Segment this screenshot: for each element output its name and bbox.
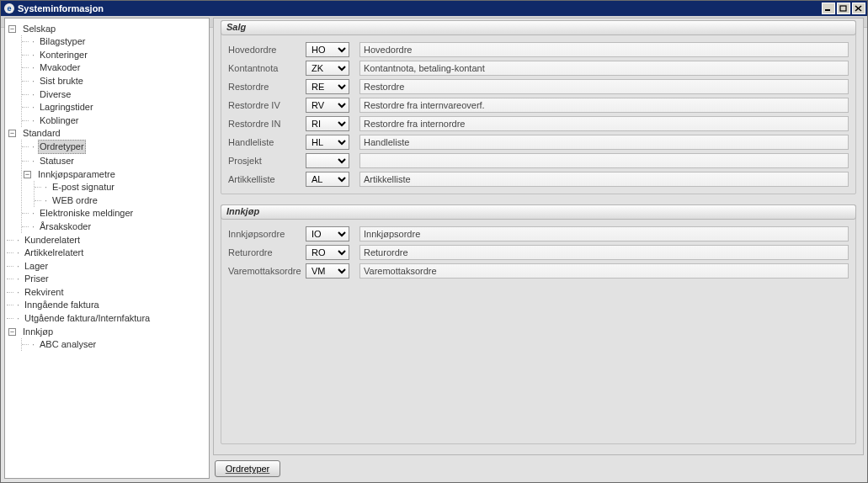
- form-row: Kontantnota ZK: [221, 59, 855, 77]
- field-label: Prosjekt: [228, 156, 306, 166]
- code-select[interactable]: HO: [306, 42, 349, 57]
- field-label: Artikkelliste: [228, 174, 306, 184]
- tree-node[interactable]: ·Statuser: [24, 154, 209, 167]
- collapse-icon[interactable]: −: [8, 25, 16, 33]
- tree-node[interactable]: ·Elektroniske meldinger: [24, 207, 209, 220]
- section-innkjop: Innkjøp Innkjøpsordre IO Returordre RO V…: [221, 204, 856, 444]
- description-input[interactable]: [359, 61, 849, 76]
- tree-node[interactable]: ·Artikkelrelatert: [8, 247, 209, 260]
- description-input[interactable]: [359, 172, 849, 187]
- code-select[interactable]: ZK: [306, 61, 349, 76]
- tree-label[interactable]: Selskap: [21, 23, 57, 35]
- tree-node[interactable]: ·Koblinger: [24, 114, 209, 127]
- tree-node[interactable]: ·Mvakoder: [24, 61, 209, 75]
- tree-node[interactable]: ·Rekvirent: [8, 285, 209, 299]
- description-input[interactable]: [359, 42, 849, 57]
- code-select[interactable]: VM: [306, 263, 349, 279]
- section-title: Innkjøp: [221, 204, 856, 220]
- app-icon: e: [4, 3, 14, 13]
- close-icon: [855, 5, 863, 12]
- minimize-icon: [824, 5, 833, 12]
- code-select[interactable]: HL: [306, 135, 349, 150]
- tree-node[interactable]: ·E-post signatur: [36, 181, 209, 194]
- field-label: Varemottaksordre: [228, 266, 306, 276]
- tree-node[interactable]: ·WEB ordre: [36, 194, 209, 207]
- form-row: Restordre RE: [221, 77, 855, 96]
- tree-node-selskap[interactable]: − Selskap ·Bilagstyper ·Konteringer ·Mva…: [8, 22, 209, 127]
- tree-node[interactable]: ·Sist brukte: [24, 74, 209, 88]
- form-row: Varemottaksordre VM: [221, 262, 855, 280]
- description-input[interactable]: [359, 226, 849, 242]
- tree-node[interactable]: ·Lager: [8, 259, 209, 273]
- code-select[interactable]: RE: [306, 79, 349, 94]
- field-label: Restordre: [228, 82, 306, 92]
- collapse-icon[interactable]: −: [8, 328, 16, 336]
- tree-node[interactable]: ·ABC analyser: [24, 338, 209, 352]
- description-input[interactable]: [359, 153, 849, 168]
- tree-node[interactable]: ·Utgående faktura/Internfaktura: [8, 311, 209, 325]
- field-label: Restordre IV: [228, 100, 306, 110]
- tree-node[interactable]: ·Priser: [8, 273, 209, 286]
- code-select[interactable]: IO: [306, 226, 349, 242]
- navigation-tree[interactable]: − Selskap ·Bilagstyper ·Konteringer ·Mva…: [4, 18, 210, 479]
- description-input[interactable]: [359, 245, 849, 260]
- tree-node[interactable]: ·Diverse: [24, 88, 209, 101]
- description-input[interactable]: [359, 116, 849, 131]
- form-row: Hovedordre HO: [221, 40, 855, 59]
- main-window: e Systeminformasjon SNO - 21.02.2013 − S…: [0, 0, 868, 483]
- titlebar: e Systeminformasjon: [1, 1, 867, 16]
- close-button[interactable]: [852, 3, 865, 14]
- code-select[interactable]: RO: [306, 245, 349, 260]
- field-label: Hovedordre: [228, 45, 306, 55]
- code-select[interactable]: RV: [306, 98, 349, 113]
- ordretyper-button[interactable]: Ordretyper: [215, 460, 280, 477]
- window-title: Systeminformasjon: [18, 3, 822, 13]
- form-row: Restordre IV RV: [221, 96, 855, 114]
- tree-node[interactable]: ·Konteringer: [24, 48, 209, 61]
- tree-node-innkjop[interactable]: − Innkjøp ·ABC analyser: [8, 325, 209, 351]
- svg-rect-1: [840, 6, 846, 11]
- description-input[interactable]: [359, 263, 849, 279]
- tree-node[interactable]: ·Kunderelatert: [8, 233, 209, 247]
- tree-node-standard[interactable]: − Standard ·Ordretyper ·Statuser − Innkj…: [8, 127, 209, 233]
- form-row: Handleliste HL: [221, 133, 855, 151]
- tree-node[interactable]: ·Lagringstider: [24, 101, 209, 114]
- tree-label[interactable]: Standard: [21, 127, 62, 140]
- code-select[interactable]: [306, 153, 349, 168]
- tree-node-ordretyper[interactable]: ·Ordretyper: [24, 140, 209, 154]
- field-label: Innkjøpsordre: [228, 229, 306, 239]
- form-row: Innkjøpsordre IO: [221, 225, 855, 243]
- description-input[interactable]: [359, 98, 849, 113]
- field-label: Kontantnota: [228, 63, 306, 73]
- code-select[interactable]: AL: [306, 172, 349, 187]
- form-row: Restordre IN RI: [221, 114, 855, 133]
- maximize-icon: [839, 5, 848, 12]
- bottom-bar: Ordretyper: [213, 455, 864, 479]
- collapse-icon[interactable]: −: [8, 130, 16, 137]
- tree-node[interactable]: ·Bilagstyper: [24, 35, 209, 49]
- form-row: Returordre RO: [221, 243, 855, 262]
- field-label: Returordre: [228, 247, 306, 257]
- description-input[interactable]: [359, 79, 849, 94]
- section-salg: Salg Hovedordre HO Kontantnota ZK Restor…: [221, 20, 856, 194]
- field-label: Handleliste: [228, 137, 306, 147]
- tree-node[interactable]: ·Årsakskoder: [24, 220, 209, 233]
- description-input[interactable]: [359, 135, 849, 150]
- form-row: Artikkelliste AL: [221, 170, 855, 188]
- code-select[interactable]: RI: [306, 116, 349, 131]
- section-title: Salg: [221, 20, 856, 35]
- maximize-button[interactable]: [837, 3, 850, 14]
- field-label: Restordre IN: [228, 119, 306, 129]
- form-panel: Salg Hovedordre HO Kontantnota ZK Restor…: [213, 18, 864, 455]
- collapse-icon[interactable]: −: [24, 171, 31, 178]
- minimize-button[interactable]: [822, 3, 835, 14]
- form-row: Prosjekt: [221, 151, 855, 170]
- tree-node-innkjopsparametre[interactable]: − Innkjøpsparametre ·E-post signatur ·WE…: [24, 167, 209, 207]
- tree-node[interactable]: ·Inngående faktura: [8, 299, 209, 312]
